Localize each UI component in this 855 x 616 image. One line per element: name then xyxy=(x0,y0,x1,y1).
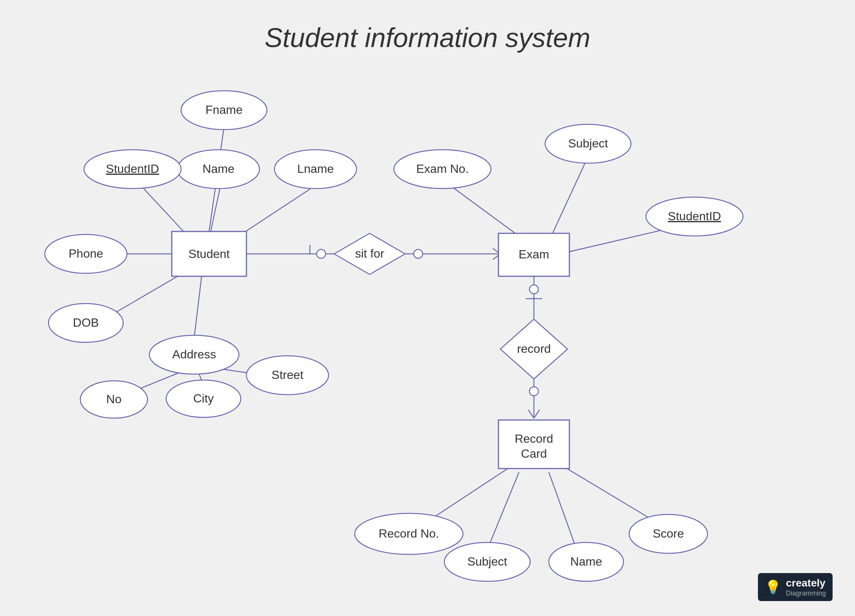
svg-line-20 xyxy=(553,161,586,233)
city-attr-label: City xyxy=(193,392,214,405)
svg-line-29 xyxy=(426,469,508,523)
record-no-attr-label: Record No. xyxy=(378,527,439,540)
no-attr-label: No xyxy=(106,392,122,406)
svg-point-26 xyxy=(529,387,538,396)
svg-line-21 xyxy=(560,228,672,254)
logo-bulb-icon: 💡 xyxy=(765,579,781,595)
svg-line-30 xyxy=(489,472,519,545)
student-id-attr-label: StudentID xyxy=(106,162,159,175)
address-attr-label: Address xyxy=(172,348,216,361)
svg-point-23 xyxy=(529,285,538,294)
sit-for-rel-label: sit for xyxy=(355,247,385,260)
record-card-entity-label2: Card xyxy=(521,447,547,460)
student-entity-label: Student xyxy=(188,247,230,260)
svg-line-27 xyxy=(528,410,534,418)
name-rc-attr-label: Name xyxy=(570,555,602,568)
diagram-canvas: Student Exam Record Card sit for record … xyxy=(0,0,855,616)
logo-sub-text: Diagramming xyxy=(786,590,826,597)
logo-brand-name: creately xyxy=(786,577,826,590)
svg-line-6 xyxy=(194,276,202,338)
student-id2-attr-label: StudentID xyxy=(668,210,721,223)
svg-point-11 xyxy=(317,250,326,258)
lname-attr-label: Lname xyxy=(297,162,334,175)
svg-point-14 xyxy=(414,250,423,258)
street-attr-label: Street xyxy=(271,368,303,382)
exam-no-attr-label: Exam No. xyxy=(416,162,469,175)
fname-attr-label: Fname xyxy=(205,103,243,116)
svg-line-28 xyxy=(534,410,539,418)
subject-rc-attr-label: Subject xyxy=(467,555,507,568)
svg-line-32 xyxy=(564,467,657,523)
svg-line-31 xyxy=(549,472,575,545)
dob-attr-label: DOB xyxy=(73,316,98,329)
record-card-entity-label: Record xyxy=(515,432,553,445)
phone-attr-label: Phone xyxy=(69,247,103,260)
score-attr-label: Score xyxy=(653,527,684,540)
creately-logo: 💡 creately Diagramming xyxy=(758,573,833,601)
record-rel-label: record xyxy=(517,342,551,356)
svg-line-19 xyxy=(452,187,515,233)
name-attr-label: Name xyxy=(202,162,234,175)
subject-exam-attr-label: Subject xyxy=(568,136,608,150)
exam-entity-label: Exam xyxy=(519,248,549,261)
